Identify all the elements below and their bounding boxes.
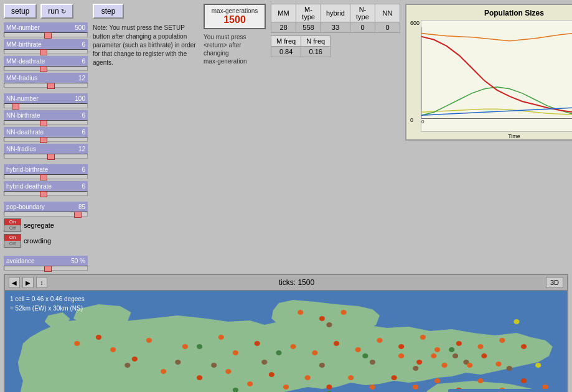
- svg-point-13: [355, 347, 361, 352]
- svg-point-105: [319, 316, 325, 321]
- svg-point-68: [319, 363, 325, 368]
- europe-map-svg: [5, 291, 567, 392]
- move-tool-icon[interactable]: ◀: [9, 277, 20, 288]
- stats-value-mtype: 558: [296, 22, 321, 33]
- svg-point-22: [110, 347, 116, 352]
- stats-header-nn: NN: [375, 4, 400, 22]
- run-button[interactable]: run ↻: [40, 4, 73, 19]
- stats-value-ntype: 0: [350, 22, 375, 33]
- segregate-off-label: Off: [4, 225, 21, 231]
- freq-table: M freq N freq 0.84 0.16: [271, 35, 331, 57]
- svg-point-39: [477, 378, 483, 383]
- svg-point-98: [431, 353, 436, 358]
- svg-point-84: [362, 353, 368, 358]
- stats-value-nn: 0: [375, 22, 400, 33]
- svg-point-103: [495, 362, 501, 366]
- refresh-icon: ↻: [61, 8, 66, 15]
- svg-point-102: [481, 353, 487, 358]
- nn-fradius-slider[interactable]: NN-fradius 12: [4, 144, 88, 159]
- svg-point-15: [398, 344, 404, 349]
- pop-boundary-slider[interactable]: pop-boundary 85: [4, 202, 88, 217]
- svg-point-21: [521, 344, 527, 349]
- nn-deathrate-slider[interactable]: NN-deathrate 6: [4, 127, 88, 142]
- stats-value-hybrid: 33: [321, 22, 350, 33]
- chart-y-max: 600: [410, 20, 420, 26]
- freq-value-n: 0.16: [301, 47, 331, 57]
- svg-point-8: [233, 350, 238, 355]
- svg-point-64: [124, 363, 130, 368]
- svg-point-104: [298, 310, 303, 315]
- threed-button[interactable]: 3D: [546, 277, 563, 288]
- pan-right-icon[interactable]: ▶: [22, 277, 34, 288]
- map-info-line1: 1 cell = 0.46 x 0.46 degees: [10, 294, 85, 304]
- svg-point-24: [74, 341, 80, 346]
- step-button[interactable]: step: [93, 4, 124, 19]
- stats-header-mm: MM: [271, 4, 296, 22]
- hybrid-birthrate-slider[interactable]: hybrid-birthrate 6: [4, 164, 88, 179]
- svg-point-5: [182, 344, 188, 349]
- segregate-on-label: On: [4, 219, 21, 225]
- svg-point-26: [197, 375, 202, 380]
- svg-point-34: [370, 385, 375, 390]
- nn-birthrate-slider[interactable]: NN-birthrate 6: [4, 110, 88, 125]
- svg-point-17: [434, 347, 440, 352]
- map-info: 1 cell = 0.46 x 0.46 degees = 52km (EW) …: [10, 294, 85, 313]
- svg-point-99: [442, 363, 448, 368]
- max-gen-label: max-generations: [210, 7, 260, 14]
- svg-point-4: [146, 338, 152, 343]
- mm-birthrate-slider[interactable]: MM-birthrate 6: [4, 39, 88, 54]
- svg-point-101: [467, 363, 472, 368]
- svg-point-33: [348, 375, 354, 380]
- svg-point-97: [416, 360, 422, 365]
- chart-x-label: Time: [508, 133, 520, 139]
- svg-point-27: [225, 369, 231, 374]
- avoidance-slider[interactable]: avoidance 50 %: [4, 256, 88, 271]
- svg-point-19: [477, 344, 483, 349]
- svg-point-7: [218, 335, 224, 340]
- svg-point-14: [377, 338, 382, 343]
- svg-rect-90: [448, 389, 549, 392]
- svg-point-20: [499, 338, 505, 343]
- svg-point-69: [370, 360, 375, 365]
- crowding-toggle[interactable]: On Off: [4, 234, 21, 248]
- nn-number-slider[interactable]: NN-number 100: [4, 93, 88, 108]
- hybrid-deathrate-slider[interactable]: hybrid-deathrate 6: [4, 181, 88, 196]
- map-toolbar: ◀ ▶ ↕ ticks: 1500 3D: [5, 275, 567, 291]
- chart-title: Population Sizes: [410, 9, 572, 17]
- setup-button[interactable]: setup: [4, 4, 37, 19]
- svg-point-82: [197, 344, 202, 349]
- mm-number-slider[interactable]: MM-number 500: [4, 22, 88, 37]
- svg-point-83: [276, 350, 281, 355]
- svg-point-25: [161, 369, 166, 374]
- mm-fradius-slider[interactable]: MM-fradius 12: [4, 73, 88, 88]
- setup-note: Note: You must press the SETUP button af…: [93, 24, 199, 67]
- svg-point-10: [290, 344, 296, 349]
- svg-point-89: [535, 363, 541, 368]
- svg-point-32: [326, 385, 332, 390]
- svg-point-96: [398, 353, 404, 358]
- freq-value-m: 0.84: [271, 47, 301, 57]
- svg-point-88: [513, 319, 519, 324]
- svg-point-85: [449, 347, 454, 352]
- mm-deathrate-slider[interactable]: MM-deathrate 6: [4, 56, 88, 71]
- svg-text:0: 0: [421, 119, 424, 124]
- svg-point-23: [96, 335, 101, 340]
- return-note: You must press<return> afterchangingmax-…: [204, 33, 260, 65]
- crowding-off-label: Off: [4, 241, 21, 247]
- segregate-toggle[interactable]: On Off: [4, 218, 21, 232]
- svg-point-66: [211, 363, 217, 368]
- svg-point-67: [261, 360, 267, 365]
- freq-header-n: N freq: [301, 36, 331, 47]
- max-generations-box: max-generations 1500: [204, 4, 266, 29]
- segregate-toggle-row: On Off segregate: [4, 218, 88, 232]
- svg-point-29: [269, 372, 274, 377]
- svg-point-31: [305, 375, 311, 380]
- svg-point-30: [283, 385, 289, 390]
- ticks-display: ticks: 1500: [279, 278, 314, 287]
- map-section: ◀ ▶ ↕ ticks: 1500 3D 1 cell = 0.46 x 0.4…: [4, 274, 568, 392]
- stats-header-mtype: M-type: [296, 4, 321, 22]
- crowding-label: crowding: [24, 237, 51, 245]
- svg-point-9: [255, 341, 260, 346]
- svg-point-36: [413, 385, 418, 390]
- zoom-icon[interactable]: ↕: [36, 277, 47, 288]
